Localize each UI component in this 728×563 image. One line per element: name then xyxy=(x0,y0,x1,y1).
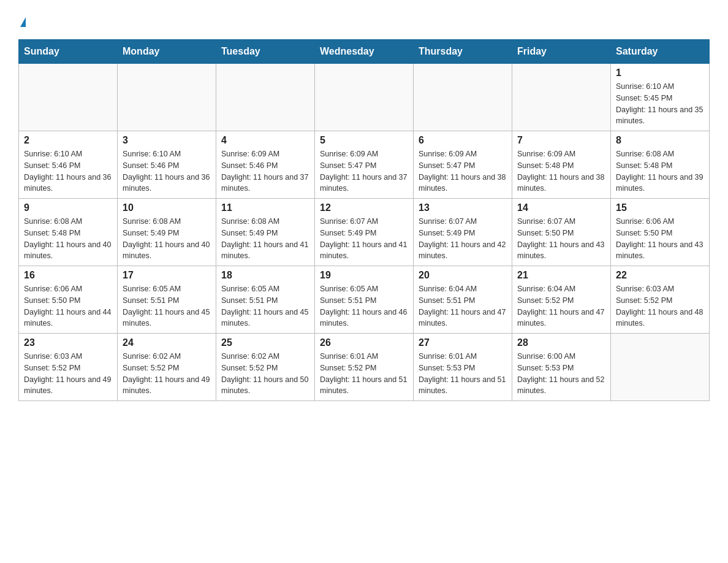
calendar-cell: 13Sunrise: 6:07 AMSunset: 5:49 PMDayligh… xyxy=(414,199,512,266)
weekday-header-row: SundayMondayTuesdayWednesdayThursdayFrid… xyxy=(19,40,710,64)
day-info: Sunrise: 6:07 AMSunset: 5:49 PMDaylight:… xyxy=(419,216,507,262)
day-number: 23 xyxy=(24,337,112,348)
day-number: 15 xyxy=(616,202,704,213)
calendar-cell: 26Sunrise: 6:01 AMSunset: 5:52 PMDayligh… xyxy=(315,334,414,401)
weekday-header-sunday: Sunday xyxy=(19,40,118,64)
weekday-header-thursday: Thursday xyxy=(414,40,512,64)
calendar-cell: 28Sunrise: 6:00 AMSunset: 5:53 PMDayligh… xyxy=(512,334,611,401)
day-info: Sunrise: 6:08 AMSunset: 5:48 PMDaylight:… xyxy=(24,216,112,262)
day-number: 24 xyxy=(123,337,211,348)
day-info: Sunrise: 6:03 AMSunset: 5:52 PMDaylight:… xyxy=(24,351,112,397)
day-number: 25 xyxy=(221,337,309,348)
day-info: Sunrise: 6:02 AMSunset: 5:52 PMDaylight:… xyxy=(221,351,309,397)
calendar-cell: 10Sunrise: 6:08 AMSunset: 5:49 PMDayligh… xyxy=(118,199,216,266)
day-number: 3 xyxy=(123,135,211,146)
calendar-cell: 19Sunrise: 6:05 AMSunset: 5:51 PMDayligh… xyxy=(315,266,414,334)
day-info: Sunrise: 6:09 AMSunset: 5:46 PMDaylight:… xyxy=(221,148,309,194)
calendar-cell: 6Sunrise: 6:09 AMSunset: 5:47 PMDaylight… xyxy=(414,131,512,199)
calendar-cell: 11Sunrise: 6:08 AMSunset: 5:49 PMDayligh… xyxy=(216,199,315,266)
day-number: 12 xyxy=(320,202,408,213)
calendar-cell: 12Sunrise: 6:07 AMSunset: 5:49 PMDayligh… xyxy=(315,199,414,266)
day-info: Sunrise: 6:08 AMSunset: 5:49 PMDaylight:… xyxy=(123,216,211,262)
weekday-header-saturday: Saturday xyxy=(611,40,710,64)
weekday-header-monday: Monday xyxy=(118,40,216,64)
day-number: 9 xyxy=(24,202,112,213)
day-info: Sunrise: 6:08 AMSunset: 5:48 PMDaylight:… xyxy=(616,148,704,194)
day-info: Sunrise: 6:07 AMSunset: 5:50 PMDaylight:… xyxy=(517,216,605,262)
day-number: 22 xyxy=(616,270,704,281)
day-info: Sunrise: 6:06 AMSunset: 5:50 PMDaylight:… xyxy=(616,216,704,262)
calendar-cell: 7Sunrise: 6:09 AMSunset: 5:48 PMDaylight… xyxy=(512,131,611,199)
day-number: 13 xyxy=(419,202,507,213)
calendar-table: SundayMondayTuesdayWednesdayThursdayFrid… xyxy=(18,39,710,401)
weekday-header-wednesday: Wednesday xyxy=(315,40,414,64)
week-row-5: 23Sunrise: 6:03 AMSunset: 5:52 PMDayligh… xyxy=(19,334,710,401)
logo xyxy=(18,17,26,28)
day-number: 1 xyxy=(616,67,704,79)
day-number: 26 xyxy=(320,337,408,348)
logo-triangle-icon xyxy=(20,17,26,27)
day-info: Sunrise: 6:05 AMSunset: 5:51 PMDaylight:… xyxy=(123,283,211,329)
calendar-cell: 17Sunrise: 6:05 AMSunset: 5:51 PMDayligh… xyxy=(118,266,216,334)
calendar-cell xyxy=(19,64,118,131)
day-number: 6 xyxy=(419,135,507,146)
calendar-cell xyxy=(512,64,611,131)
calendar-cell: 2Sunrise: 6:10 AMSunset: 5:46 PMDaylight… xyxy=(19,131,118,199)
day-info: Sunrise: 6:00 AMSunset: 5:53 PMDaylight:… xyxy=(517,351,605,397)
day-info: Sunrise: 6:10 AMSunset: 5:46 PMDaylight:… xyxy=(123,148,211,194)
page-header xyxy=(18,12,710,28)
day-info: Sunrise: 6:10 AMSunset: 5:45 PMDaylight:… xyxy=(616,81,704,127)
calendar-cell xyxy=(611,334,710,401)
day-info: Sunrise: 6:09 AMSunset: 5:47 PMDaylight:… xyxy=(419,148,507,194)
day-info: Sunrise: 6:09 AMSunset: 5:47 PMDaylight:… xyxy=(320,148,408,194)
day-info: Sunrise: 6:05 AMSunset: 5:51 PMDaylight:… xyxy=(221,283,309,329)
day-number: 18 xyxy=(221,270,309,281)
calendar-cell xyxy=(414,64,512,131)
day-info: Sunrise: 6:01 AMSunset: 5:52 PMDaylight:… xyxy=(320,351,408,397)
weekday-header-tuesday: Tuesday xyxy=(216,40,315,64)
day-number: 14 xyxy=(517,202,605,213)
day-number: 4 xyxy=(221,135,309,146)
calendar-cell: 27Sunrise: 6:01 AMSunset: 5:53 PMDayligh… xyxy=(414,334,512,401)
calendar-cell: 8Sunrise: 6:08 AMSunset: 5:48 PMDaylight… xyxy=(611,131,710,199)
day-number: 27 xyxy=(419,337,507,348)
day-number: 7 xyxy=(517,135,605,146)
day-number: 16 xyxy=(24,270,112,281)
day-info: Sunrise: 6:01 AMSunset: 5:53 PMDaylight:… xyxy=(419,351,507,397)
calendar-cell: 9Sunrise: 6:08 AMSunset: 5:48 PMDaylight… xyxy=(19,199,118,266)
day-info: Sunrise: 6:10 AMSunset: 5:46 PMDaylight:… xyxy=(24,148,112,194)
day-number: 17 xyxy=(123,270,211,281)
day-info: Sunrise: 6:06 AMSunset: 5:50 PMDaylight:… xyxy=(24,283,112,329)
calendar-cell xyxy=(216,64,315,131)
week-row-3: 9Sunrise: 6:08 AMSunset: 5:48 PMDaylight… xyxy=(19,199,710,266)
calendar-cell: 22Sunrise: 6:03 AMSunset: 5:52 PMDayligh… xyxy=(611,266,710,334)
day-info: Sunrise: 6:09 AMSunset: 5:48 PMDaylight:… xyxy=(517,148,605,194)
calendar-cell: 4Sunrise: 6:09 AMSunset: 5:46 PMDaylight… xyxy=(216,131,315,199)
calendar-cell: 1Sunrise: 6:10 AMSunset: 5:45 PMDaylight… xyxy=(611,64,710,131)
day-info: Sunrise: 6:05 AMSunset: 5:51 PMDaylight:… xyxy=(320,283,408,329)
day-number: 2 xyxy=(24,135,112,146)
day-info: Sunrise: 6:07 AMSunset: 5:49 PMDaylight:… xyxy=(320,216,408,262)
day-number: 5 xyxy=(320,135,408,146)
week-row-2: 2Sunrise: 6:10 AMSunset: 5:46 PMDaylight… xyxy=(19,131,710,199)
day-info: Sunrise: 6:04 AMSunset: 5:51 PMDaylight:… xyxy=(419,283,507,329)
calendar-cell: 23Sunrise: 6:03 AMSunset: 5:52 PMDayligh… xyxy=(19,334,118,401)
calendar-cell xyxy=(118,64,216,131)
day-info: Sunrise: 6:08 AMSunset: 5:49 PMDaylight:… xyxy=(221,216,309,262)
calendar-cell: 5Sunrise: 6:09 AMSunset: 5:47 PMDaylight… xyxy=(315,131,414,199)
weekday-header-friday: Friday xyxy=(512,40,611,64)
day-number: 8 xyxy=(616,135,704,146)
calendar-cell: 3Sunrise: 6:10 AMSunset: 5:46 PMDaylight… xyxy=(118,131,216,199)
calendar-cell: 25Sunrise: 6:02 AMSunset: 5:52 PMDayligh… xyxy=(216,334,315,401)
week-row-4: 16Sunrise: 6:06 AMSunset: 5:50 PMDayligh… xyxy=(19,266,710,334)
calendar-cell: 14Sunrise: 6:07 AMSunset: 5:50 PMDayligh… xyxy=(512,199,611,266)
calendar-cell: 15Sunrise: 6:06 AMSunset: 5:50 PMDayligh… xyxy=(611,199,710,266)
calendar-cell: 24Sunrise: 6:02 AMSunset: 5:52 PMDayligh… xyxy=(118,334,216,401)
day-number: 20 xyxy=(419,270,507,281)
day-number: 10 xyxy=(123,202,211,213)
calendar-cell: 20Sunrise: 6:04 AMSunset: 5:51 PMDayligh… xyxy=(414,266,512,334)
calendar-cell xyxy=(315,64,414,131)
calendar-cell: 16Sunrise: 6:06 AMSunset: 5:50 PMDayligh… xyxy=(19,266,118,334)
calendar-cell: 21Sunrise: 6:04 AMSunset: 5:52 PMDayligh… xyxy=(512,266,611,334)
day-number: 21 xyxy=(517,270,605,281)
